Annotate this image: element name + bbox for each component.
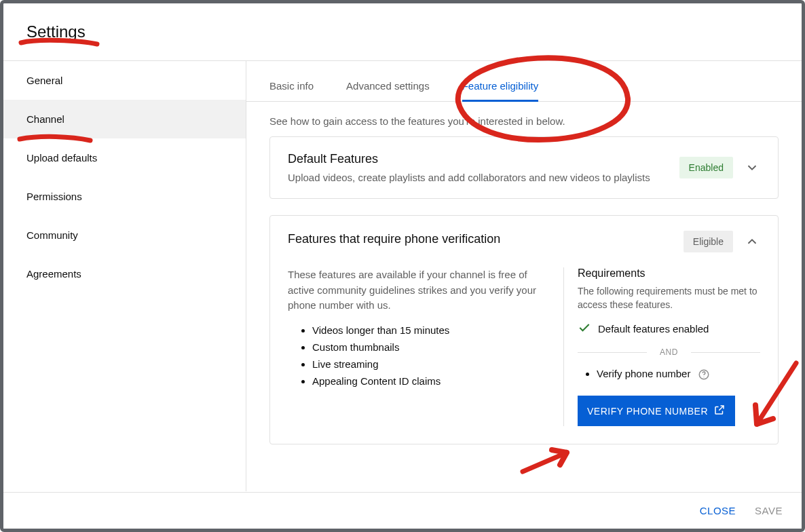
tab-basic-info[interactable]: Basic info xyxy=(269,80,314,101)
save-button[interactable]: SAVE xyxy=(755,505,783,516)
chevron-down-icon[interactable] xyxy=(744,159,760,176)
default-features-title: Default Features xyxy=(288,152,669,166)
help-icon[interactable] xyxy=(698,368,710,381)
sidebar-item-community[interactable]: Community xyxy=(3,216,246,254)
dialog-footer: CLOSE SAVE xyxy=(3,492,802,529)
svg-point-1 xyxy=(703,377,704,377)
sidebar-item-permissions[interactable]: Permissions xyxy=(3,177,246,216)
close-button[interactable]: CLOSE xyxy=(700,505,736,516)
requirement-todo-item: Verify phone number xyxy=(597,368,760,381)
list-item: Videos longer than 15 minutes xyxy=(312,324,550,336)
sidebar-item-channel[interactable]: Channel xyxy=(3,100,246,138)
requirement-todo-label: Verify phone number xyxy=(597,368,690,379)
verify-phone-number-button[interactable]: VERIFY PHONE NUMBER xyxy=(578,396,735,426)
open-in-new-icon xyxy=(713,404,726,418)
sidebar-item-general[interactable]: General xyxy=(3,61,246,100)
sidebar-item-agreements[interactable]: Agreements xyxy=(3,254,246,293)
intro-text: See how to gain access to the features y… xyxy=(246,102,802,136)
feature-list: Videos longer than 15 minutes Custom thu… xyxy=(288,324,550,387)
tab-advanced-settings[interactable]: Advanced settings xyxy=(346,80,430,101)
list-item: Custom thumbnails xyxy=(312,341,550,353)
checkmark-icon xyxy=(578,321,591,337)
requirements-and-divider: AND xyxy=(578,343,760,361)
page-title: Settings xyxy=(26,22,779,41)
tab-feature-eligibility[interactable]: Feature eligibility xyxy=(462,80,539,101)
status-badge-enabled: Enabled xyxy=(679,157,733,178)
phone-verification-title: Features that require phone verification xyxy=(288,232,673,246)
requirement-done-label: Default features enabled xyxy=(598,323,709,335)
phone-verification-card: Features that require phone verification… xyxy=(269,215,779,444)
tab-bar: Basic info Advanced settings Feature eli… xyxy=(246,61,802,102)
chevron-up-icon[interactable] xyxy=(744,233,760,250)
default-features-card: Default Features Upload videos, create p… xyxy=(269,136,779,199)
phone-verification-description: These features are available if your cha… xyxy=(288,267,546,314)
settings-sidebar: General Channel Upload defaults Permissi… xyxy=(3,61,246,491)
verify-button-label: VERIFY PHONE NUMBER xyxy=(587,406,708,417)
list-item: Appealing Content ID claims xyxy=(312,375,550,387)
requirements-subtitle: The following requirements must be met t… xyxy=(578,285,760,311)
sidebar-item-upload-defaults[interactable]: Upload defaults xyxy=(3,138,246,177)
requirements-title: Requirements xyxy=(578,267,760,280)
default-features-subtitle: Upload videos, create playlists and add … xyxy=(288,172,669,183)
list-item: Live streaming xyxy=(312,358,550,370)
status-badge-eligible: Eligible xyxy=(684,231,733,252)
